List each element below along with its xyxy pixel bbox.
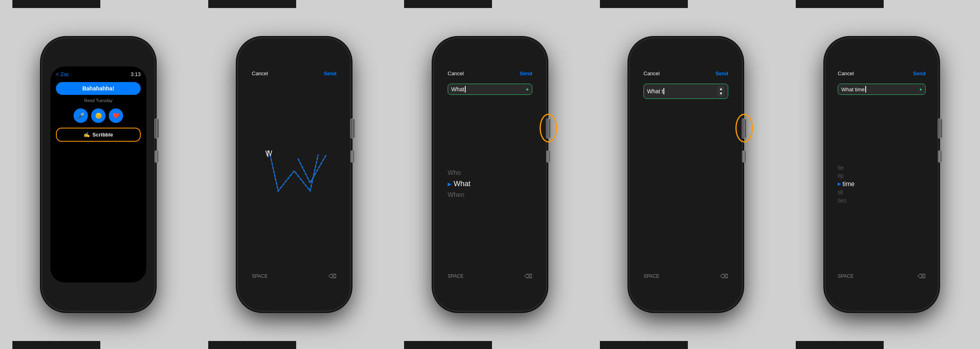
send-button-2[interactable]: Send <box>324 70 337 76</box>
input-text-4: What t <box>647 88 663 94</box>
band-top-3 <box>404 0 492 8</box>
mic-icon-3: ● <box>526 86 529 92</box>
input-cursor-4 <box>663 88 664 94</box>
backspace-button-5[interactable]: ⌫ <box>918 273 926 279</box>
watch-side-button-4[interactable] <box>742 150 746 162</box>
backspace-button-2[interactable]: ⌫ <box>329 273 337 279</box>
send-button-5[interactable]: Send <box>913 70 926 76</box>
watch-body-5: Cancel Send What time ● tie tip <box>826 38 938 311</box>
watch-screen-5: Cancel Send What time ● tie tip <box>834 66 930 283</box>
mic-button[interactable]: 🎤 <box>74 108 88 123</box>
message-bubble: Bahahahha! <box>56 82 141 95</box>
suggestion-who[interactable]: Who <box>448 168 532 177</box>
watch-2: Cancel Send W | SPACE <box>196 0 392 349</box>
watch-4: Cancel Send What t ▲ ▼ SPACE ⌫ <box>588 0 784 349</box>
emoji-button[interactable]: 😊 <box>91 108 106 123</box>
space-label-5[interactable]: SPACE <box>838 273 854 279</box>
watch-3: Cancel Send What ● Who ▶ What <box>392 0 588 349</box>
input-text-3: What <box>451 86 464 92</box>
band-bottom-1 <box>12 341 100 349</box>
watch-side-button-2[interactable] <box>350 150 354 162</box>
send-button-3[interactable]: Send <box>520 70 532 76</box>
scroll-up-icon: ▲ <box>719 87 723 91</box>
cancel-button-2[interactable]: Cancel <box>252 70 268 76</box>
scribble-drawing: W | <box>258 147 330 203</box>
watch-screen-1: < Zac 3:13 Bahahahha! Read Tuesday 🎤 😊 ❤… <box>50 66 146 283</box>
watch-crown-5[interactable] <box>938 118 942 138</box>
band-bottom-3 <box>404 341 492 349</box>
back-button[interactable]: < Zac <box>56 71 69 77</box>
time-display: 3:13 <box>131 71 141 77</box>
suggestions-list-3: Who ▶ What When <box>442 98 538 270</box>
watch-screen-2: Cancel Send W | SPACE <box>246 66 342 283</box>
drawing-area[interactable]: W | <box>246 80 342 270</box>
band-top-1 <box>12 0 100 8</box>
watch-body-1: < Zac 3:13 Bahahahha! Read Tuesday 🎤 😊 ❤… <box>42 38 154 311</box>
input-indicator-5: ● <box>919 87 922 92</box>
watch-screen-4: Cancel Send What t ▲ ▼ SPACE ⌫ <box>638 66 734 283</box>
svg-text:|: | <box>267 149 269 157</box>
suggestion-when[interactable]: When <box>448 191 532 199</box>
scribble-button[interactable]: ✍️ Scribble <box>56 128 141 142</box>
scroll-down-icon: ▼ <box>719 92 723 96</box>
space-label-3[interactable]: SPACE <box>448 273 464 279</box>
band-bottom-5 <box>796 341 884 349</box>
band-bottom-2 <box>208 341 296 349</box>
cancel-button-5[interactable]: Cancel <box>838 70 854 76</box>
input-bar-5[interactable]: What time ● <box>838 84 926 95</box>
watch-screen-3: Cancel Send What ● Who ▶ What <box>442 66 538 283</box>
band-bottom-4 <box>600 341 688 349</box>
watch-crown-4[interactable] <box>742 118 747 138</box>
scribble-icon: ✍️ <box>84 132 90 138</box>
input-cursor-5 <box>865 86 866 92</box>
watch-crown-2[interactable] <box>350 118 355 138</box>
suggestion-ties[interactable]: ties <box>838 197 926 204</box>
suggestion-what[interactable]: ▶ What <box>448 179 532 189</box>
cancel-button-4[interactable]: Cancel <box>643 70 659 76</box>
space-label-2[interactable]: SPACE <box>252 273 268 279</box>
heart-button[interactable]: ❤️ <box>109 108 123 123</box>
watch-body-4: Cancel Send What t ▲ ▼ SPACE ⌫ <box>630 38 742 311</box>
input-text-5: What time <box>841 86 865 92</box>
input-cursor-3 <box>465 86 466 92</box>
send-button-4[interactable]: Send <box>715 70 728 76</box>
space-label-4[interactable]: SPACE <box>643 273 659 279</box>
suggestion-arrow: ▶ <box>448 181 451 187</box>
watch-body-3: Cancel Send What ● Who ▶ What <box>434 38 546 311</box>
watch-crown-3[interactable] <box>546 118 551 138</box>
band-top-2 <box>208 0 296 8</box>
band-top-4 <box>600 0 688 8</box>
scroll-arrows-4[interactable]: ▲ ▼ <box>717 86 725 96</box>
watch-side-button-1[interactable] <box>154 150 158 162</box>
suggestion-time[interactable]: ▶ time <box>838 180 926 188</box>
cancel-button-3[interactable]: Cancel <box>448 70 464 76</box>
input-bar-3[interactable]: What ● <box>448 84 532 95</box>
watch-1: < Zac 3:13 Bahahahha! Read Tuesday 🎤 😊 ❤… <box>0 0 196 349</box>
watch-side-button-5[interactable] <box>938 150 942 162</box>
read-receipt: Read Tuesday <box>54 98 143 103</box>
suggestions-list-5: tie tip ▶ time till ties <box>834 98 930 270</box>
suggestion-tip[interactable]: tip <box>838 172 926 179</box>
watch-body-2: Cancel Send W | SPACE <box>238 38 350 311</box>
scribble-label: Scribble <box>92 132 113 138</box>
input-bar-4[interactable]: What t ▲ ▼ <box>643 84 728 99</box>
watch-crown-1[interactable] <box>154 118 159 138</box>
suggestion-till[interactable]: till <box>838 189 926 196</box>
suggestion-tie[interactable]: tie <box>838 164 926 171</box>
backspace-button-4[interactable]: ⌫ <box>720 273 728 279</box>
empty-area-4 <box>638 102 734 270</box>
watch-side-button-3[interactable] <box>546 150 550 162</box>
suggestion-time-arrow: ▶ <box>838 181 841 187</box>
watch-5: Cancel Send What time ● tie tip <box>784 0 980 349</box>
band-top-5 <box>796 0 884 8</box>
backspace-button-3[interactable]: ⌫ <box>524 273 532 279</box>
